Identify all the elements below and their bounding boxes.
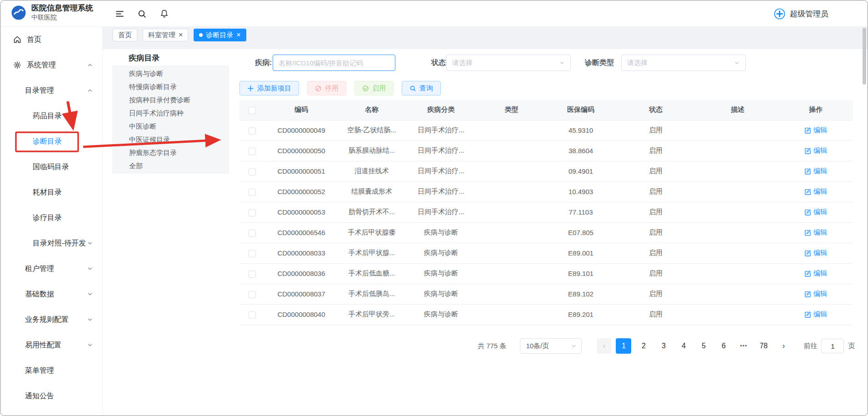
edit-button[interactable]: 编辑 xyxy=(804,228,827,237)
row-checkbox[interactable] xyxy=(249,168,256,175)
sidebar-item-menu-management[interactable]: 菜单管理 xyxy=(0,358,102,383)
select-all-checkbox[interactable] xyxy=(249,107,256,114)
edit-button[interactable]: 编辑 xyxy=(804,249,827,257)
sidebar-item-diagnosis-catalog[interactable]: 诊断目录 xyxy=(0,129,102,154)
sidebar-item-label: 国临码目录 xyxy=(33,162,69,172)
cell-insurance-code: 77.1103 xyxy=(547,202,615,222)
sidebar-item-system-management[interactable]: 系统管理 xyxy=(0,52,102,78)
row-checkbox[interactable] xyxy=(249,189,256,196)
edit-icon xyxy=(804,270,811,277)
bell-icon[interactable] xyxy=(160,9,169,19)
sidebar-item-label: 通知公告 xyxy=(25,391,54,401)
main-content: 疾病目录 疾病与诊断 特慢病诊断目录 按病种目录付费诊断 日间手术治疗病种 xyxy=(103,49,868,416)
edit-button[interactable]: 编辑 xyxy=(804,146,827,155)
cell-status: 启用 xyxy=(615,161,697,181)
close-icon[interactable]: × xyxy=(236,31,240,39)
tree-item[interactable]: 肿瘤形态学目录 xyxy=(112,146,229,159)
row-checkbox[interactable] xyxy=(249,127,256,135)
page-button-6[interactable]: 6 xyxy=(716,338,731,354)
page-button-4[interactable]: 4 xyxy=(676,338,691,354)
tree-item[interactable]: 中医诊断 xyxy=(112,120,229,133)
table-row: CD0000000050 肠系膜动脉结... 日间手术治疗... 38.8604… xyxy=(239,140,853,161)
row-checkbox[interactable] xyxy=(249,311,256,319)
tree-item[interactable]: 按病种目录付费诊断 xyxy=(112,93,229,106)
sidebar-item-national-code-catalog[interactable]: 国临码目录 xyxy=(0,154,102,180)
page-button-78[interactable]: 78 xyxy=(756,338,771,354)
tab-label: 科室管理 xyxy=(148,31,175,40)
table-row: CD0000008033 手术后甲状腺... 疾病与诊断 E89.001 启用 xyxy=(239,243,853,263)
sidebar-item-catalog-compare[interactable]: 目录对照-待开发 xyxy=(0,231,102,256)
add-item-button[interactable]: 添加新项目 xyxy=(239,81,299,95)
page-button-1[interactable]: 1 xyxy=(616,338,631,354)
page-size-select[interactable]: 10条/页 xyxy=(520,338,582,354)
brand-text: 医院信息管理系统 中联医院 xyxy=(31,4,93,22)
diagnosis-type-select[interactable]: 请选择 xyxy=(621,55,746,71)
edit-button[interactable]: 编辑 xyxy=(804,167,827,175)
cell-insurance-code: E89.001 xyxy=(547,243,615,263)
sidebar-item-usability-config[interactable]: 易用性配置 xyxy=(0,332,102,358)
gear-icon xyxy=(13,60,22,70)
sidebar-item-drug-catalog[interactable]: 药品目录 xyxy=(0,103,102,129)
tab-department-management[interactable]: 科室管理 × xyxy=(143,29,188,41)
sidebar-item-label: 诊疗目录 xyxy=(33,213,62,223)
status-select[interactable]: 请选择 xyxy=(446,55,571,71)
cell-category: 疾病与诊断 xyxy=(406,243,476,263)
edit-button[interactable]: 编辑 xyxy=(804,290,827,298)
sidebar-item-business-rules[interactable]: 业务规则配置 xyxy=(0,307,102,332)
page-button-2[interactable]: 2 xyxy=(636,338,651,354)
query-button[interactable]: 查询 xyxy=(402,81,441,95)
row-checkbox[interactable] xyxy=(249,250,256,257)
page-button-5[interactable]: 5 xyxy=(696,338,711,354)
cell-description xyxy=(697,243,778,263)
goto-page-input[interactable] xyxy=(821,339,844,353)
prev-page-button[interactable]: ‹ xyxy=(597,338,611,354)
edit-button[interactable]: 编辑 xyxy=(804,208,827,216)
row-checkbox[interactable] xyxy=(249,209,256,216)
tab-home[interactable]: 首页 xyxy=(113,29,137,41)
active-dot-icon xyxy=(199,33,203,37)
tab-diagnosis-catalog[interactable]: 诊断目录 × xyxy=(194,29,246,41)
disable-button-label: 停用 xyxy=(325,84,339,93)
page-button-3[interactable]: 3 xyxy=(656,338,671,354)
sidebar-item-treatment-catalog[interactable]: 诊疗目录 xyxy=(0,205,102,231)
edit-button[interactable]: 编辑 xyxy=(804,187,827,196)
sidebar-item-catalog-management[interactable]: 目录管理 xyxy=(0,78,102,103)
edit-button[interactable]: 编辑 xyxy=(804,269,827,278)
disease-search-input[interactable] xyxy=(273,55,395,71)
tree-item[interactable]: 疾病与诊断 xyxy=(112,67,229,80)
edit-button[interactable]: 编辑 xyxy=(804,310,827,319)
disable-button[interactable]: 停用 xyxy=(307,81,346,95)
sidebar-item-label: 基础数据 xyxy=(25,290,54,299)
edit-button[interactable]: 编辑 xyxy=(804,126,827,135)
search-icon[interactable] xyxy=(137,9,147,19)
sidebar-item-home[interactable]: 首页 xyxy=(0,27,102,52)
row-checkbox[interactable] xyxy=(249,148,256,155)
collapse-menu-icon[interactable] xyxy=(115,9,125,19)
row-checkbox[interactable] xyxy=(249,271,256,278)
tree-item[interactable]: 日间手术治疗病种 xyxy=(112,106,229,120)
cell-type xyxy=(476,243,547,263)
sidebar-item-tenant-management[interactable]: 租户管理 xyxy=(0,256,102,281)
tree-item[interactable]: 中医证候目录 xyxy=(112,133,229,146)
close-icon[interactable]: × xyxy=(179,31,183,39)
pagination-ellipsis[interactable]: ••• xyxy=(736,338,751,354)
sidebar-item-basic-data[interactable]: 基础数据 xyxy=(0,281,102,307)
vertical-scrollbar[interactable] xyxy=(863,28,866,85)
row-checkbox[interactable] xyxy=(249,230,256,237)
next-page-button[interactable]: › xyxy=(776,338,791,354)
cell-status: 启用 xyxy=(615,284,697,304)
edit-icon xyxy=(804,127,811,134)
row-checkbox[interactable] xyxy=(249,291,256,298)
cell-code: CD0000008037 xyxy=(265,284,338,304)
tree-item[interactable]: 特慢病诊断目录 xyxy=(112,80,229,93)
cell-status: 启用 xyxy=(615,222,697,243)
sidebar-item-consumable-catalog[interactable]: 耗材目录 xyxy=(0,180,102,205)
tree-item[interactable]: 全部 xyxy=(112,159,229,172)
cell-category: 疾病与诊断 xyxy=(406,304,476,325)
edit-button-label: 编辑 xyxy=(813,310,827,319)
user-menu[interactable]: 超级管理员 xyxy=(773,0,828,27)
tree-item-label: 中医诊断 xyxy=(129,122,156,130)
sidebar-item-notice[interactable]: 通知公告 xyxy=(0,383,102,409)
enable-button[interactable]: 启用 xyxy=(354,81,394,95)
edit-icon xyxy=(804,311,811,318)
